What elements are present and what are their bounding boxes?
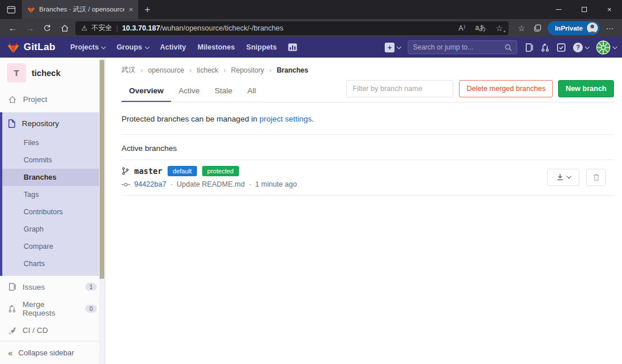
commit-sha-link[interactable]: 94422ba7	[134, 180, 166, 188]
breadcrumb-project[interactable]: ticheck	[197, 66, 218, 74]
breadcrumb-separator: ›	[269, 66, 271, 74]
help-icon: ?	[573, 43, 583, 52]
trash-icon	[593, 173, 600, 181]
minimize-button[interactable]	[546, 0, 571, 19]
profile-avatar	[587, 22, 598, 33]
breadcrumb-group[interactable]: 武汉	[122, 65, 135, 75]
inprivate-label: InPrivate	[555, 25, 583, 32]
nav-groups[interactable]: Groups	[111, 37, 154, 58]
tab-stale[interactable]: Stale	[207, 79, 240, 102]
read-aloud-icon[interactable]: A)	[458, 24, 465, 32]
active-branches-header: Active branches	[122, 135, 614, 160]
sidebar-item-issues[interactable]: Issues 1	[0, 276, 105, 298]
todos-nav-icon[interactable]	[557, 43, 566, 52]
sidebar-item-repository[interactable]: Repository	[2, 112, 105, 134]
new-tab-button[interactable]: +	[138, 0, 157, 19]
help-menu-button[interactable]: ?	[573, 43, 589, 52]
sidebar-item-tags[interactable]: Tags	[2, 186, 105, 203]
sidebar-item-merge-requests[interactable]: Merge Requests 0	[0, 298, 105, 320]
nav-activity[interactable]: Activity	[154, 37, 192, 58]
favorites-icon[interactable]: ☆	[513, 24, 529, 33]
browser-menu-icon[interactable]: ⋯	[602, 24, 618, 33]
branch-row: master default protected 94422ba7 · Upda…	[122, 160, 614, 196]
sidebar-scrollbar[interactable]	[99, 58, 105, 364]
issues-nav-icon[interactable]	[525, 43, 533, 52]
tab-title: Branches · 武汉 / opensource / t	[39, 5, 124, 14]
sidebar-item-branches[interactable]: Branches	[2, 169, 105, 186]
sidebar-item-project[interactable]: Project	[0, 89, 105, 111]
new-menu-button[interactable]: +	[385, 43, 400, 52]
inprivate-badge[interactable]: InPrivate	[548, 21, 600, 35]
new-branch-button[interactable]: New branch	[558, 80, 614, 97]
breadcrumb-subgroup[interactable]: opensource	[148, 66, 184, 74]
nav-snippets[interactable]: Snippets	[241, 37, 283, 58]
window-controls: ×	[546, 0, 622, 19]
browser-window: Branches · 武汉 / opensource / t × + × ← →…	[0, 0, 622, 364]
breadcrumb: 武汉 › opensource › ticheck › Repository ›…	[122, 58, 614, 78]
gitlab-navbar: GitLab Projects Groups Activity Mileston…	[0, 37, 622, 58]
nav-projects[interactable]: Projects	[65, 37, 111, 58]
home-icon[interactable]	[56, 21, 73, 36]
tab-overview[interactable]: Overview	[122, 79, 171, 102]
usage-chart-icon[interactable]	[282, 37, 303, 58]
user-avatar	[596, 40, 610, 55]
download-icon	[556, 173, 564, 181]
maximize-button[interactable]	[571, 0, 597, 19]
project-sidebar: T ticheck Project Repository Files Commi…	[0, 58, 105, 364]
add-favorite-icon[interactable]: ☆+	[496, 24, 503, 33]
sidebar-item-compare[interactable]: Compare	[2, 238, 105, 255]
translate-icon[interactable]: aあ	[475, 23, 486, 33]
browser-tab[interactable]: Branches · 武汉 / opensource / t ×	[22, 0, 138, 19]
tab-close-icon[interactable]: ×	[128, 5, 133, 14]
gitlab-logo[interactable]: GitLab	[6, 41, 60, 54]
breadcrumb-section[interactable]: Repository	[231, 66, 264, 74]
collections-icon[interactable]	[529, 24, 545, 32]
project-avatar: T	[7, 63, 26, 82]
breadcrumb-current: Branches	[276, 66, 308, 74]
sidebar-item-charts[interactable]: Charts	[2, 255, 105, 272]
breadcrumb-separator: ›	[141, 66, 143, 74]
merge-requests-nav-icon[interactable]	[541, 43, 549, 52]
sidebar-item-files[interactable]: Files	[2, 134, 105, 151]
tab-actions-menu-icon[interactable]	[0, 0, 22, 19]
url-host: 10.3.70.187	[122, 24, 160, 32]
url-text[interactable]: 10.3.70.187/wuhan/opensource/ticheck/-/b…	[122, 24, 283, 32]
url-path: /wuhan/opensource/ticheck/-/branches	[160, 24, 283, 32]
tab-active[interactable]: Active	[171, 79, 207, 102]
collapse-sidebar-button[interactable]: « Collapse sidebar	[0, 341, 105, 364]
search-input[interactable]	[413, 43, 501, 51]
global-search[interactable]	[408, 40, 517, 54]
sidebar-item-commits[interactable]: Commits	[2, 151, 105, 169]
commit-message-link[interactable]: Update README.md	[177, 180, 245, 188]
user-menu-button[interactable]	[596, 40, 616, 55]
close-button[interactable]: ×	[597, 0, 622, 19]
branch-name-link[interactable]: master	[134, 166, 162, 176]
project-context[interactable]: T ticheck	[0, 58, 105, 89]
gitlab-favicon-icon	[27, 6, 35, 13]
filter-branch-input[interactable]	[346, 80, 453, 97]
commit-icon	[122, 181, 130, 188]
nav-milestones[interactable]: Milestones	[192, 37, 241, 58]
document-icon	[8, 119, 16, 128]
chevron-down-icon	[566, 174, 571, 179]
back-icon[interactable]: ←	[4, 21, 21, 36]
browser-toolbar: ← → ⚠ 不安全 | 10.3.70.187/wuhan/opensource…	[0, 19, 622, 37]
breadcrumb-separator: ›	[189, 66, 192, 74]
delete-merged-branches-button[interactable]: Delete merged branches	[459, 80, 553, 97]
collapse-icon: «	[8, 348, 13, 358]
sidebar-item-contributors[interactable]: Contributors	[2, 203, 105, 221]
tab-all[interactable]: All	[240, 79, 264, 102]
issues-count-badge: 1	[85, 283, 97, 291]
address-bar[interactable]: ⚠ 不安全 | 10.3.70.187/wuhan/opensource/tic…	[75, 21, 509, 35]
commit-time: 1 minute ago	[255, 180, 297, 188]
sidebar-item-cicd[interactable]: CI / CD	[0, 320, 105, 342]
refresh-icon[interactable]	[39, 21, 56, 36]
project-settings-link[interactable]: project settings	[259, 115, 312, 123]
download-branch-button[interactable]	[547, 169, 579, 186]
branches-page: 武汉 › opensource › ticheck › Repository ›…	[105, 58, 622, 364]
scrollbar-thumb[interactable]	[100, 60, 104, 279]
security-label[interactable]: 不安全	[92, 23, 112, 33]
sidebar-item-graph[interactable]: Graph	[2, 221, 105, 238]
gitlab-brand-text: GitLab	[24, 41, 55, 53]
search-icon	[505, 44, 512, 51]
